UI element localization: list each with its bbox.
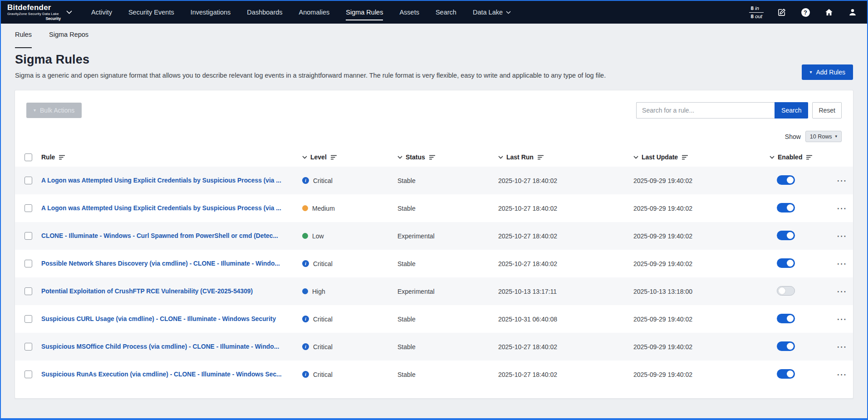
enabled-toggle[interactable]: [777, 314, 795, 323]
chevron-down-icon[interactable]: [498, 156, 503, 159]
row-actions-button[interactable]: ⋯: [837, 206, 847, 211]
row-actions-button[interactable]: ⋯: [837, 289, 847, 294]
rule-link[interactable]: A Logon was Attempted Using Explicit Cre…: [41, 205, 302, 212]
last-run-value: 2025-10-27 18:40:02: [498, 177, 557, 184]
chevron-down-icon[interactable]: [66, 10, 72, 14]
nav-item-security-events[interactable]: Security Events: [128, 7, 174, 18]
chevron-down-icon[interactable]: [770, 156, 775, 159]
caret-down-icon: ▾: [809, 70, 812, 74]
nav-item-anomalies[interactable]: Anomalies: [299, 7, 330, 18]
sort-icon[interactable]: [429, 155, 435, 160]
row-actions-button[interactable]: ⋯: [837, 178, 847, 183]
io-out-value: 8: [750, 14, 753, 19]
io-status: 8 in 8 out: [749, 5, 764, 20]
row-actions-button[interactable]: ⋯: [837, 372, 847, 377]
chevron-down-icon[interactable]: [397, 156, 402, 159]
nav-item-search[interactable]: Search: [436, 7, 456, 18]
compose-icon[interactable]: [776, 7, 787, 18]
table-row: Suspicious CURL Usage (via cmdline) - CL…: [15, 305, 853, 333]
table-row: Suspicious MSOffice Child Process (via c…: [15, 333, 853, 361]
row-checkbox[interactable]: [25, 204, 32, 212]
top-nav: Bitdefender GravityZone Security Data La…: [1, 1, 867, 24]
chevron-down-icon[interactable]: [633, 156, 638, 159]
search-input[interactable]: [636, 102, 775, 119]
row-checkbox[interactable]: [25, 177, 32, 184]
row-checkbox[interactable]: [25, 343, 32, 351]
tab-rules[interactable]: Rules: [15, 31, 32, 48]
add-rules-button[interactable]: ▾ Add Rules: [802, 64, 853, 80]
rule-link[interactable]: Suspicious MSOffice Child Process (via c…: [41, 343, 302, 350]
row-checkbox[interactable]: [25, 232, 32, 240]
last-run-value: 2025-10-27 18:40:02: [498, 260, 557, 267]
rule-link[interactable]: Suspicious CURL Usage (via cmdline) - CL…: [41, 316, 302, 322]
show-label: Show: [785, 133, 801, 140]
user-icon[interactable]: [847, 7, 858, 18]
enabled-toggle[interactable]: [777, 369, 795, 379]
caret-down-icon: ▾: [34, 108, 36, 113]
page-description: Sigma is a generic and open signature fo…: [15, 72, 606, 79]
enabled-toggle[interactable]: [777, 231, 795, 240]
nav-item-data-lake[interactable]: Data Lake: [473, 7, 511, 18]
search-button[interactable]: Search: [775, 102, 808, 119]
row-checkbox[interactable]: [25, 260, 32, 267]
rule-link[interactable]: Suspicious RunAs Execution (via cmdline)…: [41, 371, 302, 378]
nav-item-sigma-rules[interactable]: Sigma Rules: [346, 7, 383, 18]
status-label: Stable: [397, 371, 416, 378]
table-body: A Logon was Attempted Using Explicit Cre…: [15, 167, 853, 388]
sort-icon[interactable]: [806, 155, 812, 160]
level-icon: [302, 233, 308, 239]
rows-per-page-value: 10 Rows: [810, 133, 832, 140]
level-label: Critical: [313, 343, 333, 351]
last-run-value: 2025-10-27 18:40:02: [498, 343, 557, 351]
help-icon[interactable]: ?: [800, 7, 811, 18]
nav-item-investigations[interactable]: Investigations: [191, 7, 231, 18]
tab-sigma-repos[interactable]: Sigma Repos: [49, 31, 88, 48]
table-row: Suspicious RunAs Execution (via cmdline)…: [15, 361, 853, 388]
select-all-checkbox[interactable]: [25, 153, 32, 161]
bulk-actions-button[interactable]: ▾ Bulk Actions: [26, 103, 82, 118]
table-row: A Logon was Attempted Using Explicit Cre…: [15, 167, 853, 194]
row-checkbox[interactable]: [25, 371, 32, 378]
chevron-down-icon[interactable]: [302, 156, 307, 159]
reset-button[interactable]: Reset: [812, 102, 842, 119]
rule-link[interactable]: A Logon was Attempted Using Explicit Cre…: [41, 177, 302, 184]
row-actions-button[interactable]: ⋯: [837, 262, 847, 266]
rule-link[interactable]: Potential Exploitation of CrushFTP RCE V…: [41, 288, 302, 295]
search-group: Search Reset: [636, 102, 842, 119]
nav-item-dashboards[interactable]: Dashboards: [247, 7, 282, 18]
pagination-controls: Show 10 Rows ▾: [15, 131, 853, 142]
status-label: Stable: [397, 260, 416, 267]
level-label: Critical: [313, 177, 333, 184]
row-checkbox[interactable]: [25, 287, 32, 295]
rows-per-page-select[interactable]: 10 Rows ▾: [805, 131, 842, 142]
row-actions-button[interactable]: ⋯: [837, 345, 847, 349]
rules-panel: ▾ Bulk Actions Search Reset Show 10 Rows…: [15, 90, 853, 399]
nav-item-activity[interactable]: Activity: [91, 7, 112, 18]
column-header-enabled: Enabled: [778, 153, 802, 161]
row-checkbox[interactable]: [25, 315, 32, 323]
nav-item-assets[interactable]: Assets: [399, 7, 419, 18]
enabled-toggle[interactable]: [777, 258, 795, 268]
enabled-toggle[interactable]: [777, 203, 795, 212]
level-label: High: [312, 288, 325, 295]
enabled-toggle[interactable]: [777, 175, 795, 185]
rule-link[interactable]: CLONE - Illuminate - Windows - Curl Spaw…: [41, 232, 302, 239]
table-toolbar: ▾ Bulk Actions Search Reset: [15, 102, 853, 119]
last-run-value: 2025-10-27 18:40:02: [498, 205, 557, 212]
brand-logo[interactable]: Bitdefender GravityZone Security Data La…: [7, 4, 61, 20]
enabled-toggle[interactable]: [777, 286, 795, 296]
sort-icon[interactable]: [331, 155, 337, 160]
enabled-toggle[interactable]: [777, 341, 795, 351]
sort-icon[interactable]: [682, 155, 688, 160]
last-update-value: 2025-09-29 19:40:02: [633, 371, 692, 378]
caret-down-icon: ▾: [835, 134, 837, 138]
sort-icon[interactable]: [538, 155, 544, 160]
row-actions-button[interactable]: ⋯: [837, 317, 847, 321]
row-actions-button[interactable]: ⋯: [837, 234, 847, 238]
status-label: Experimental: [397, 288, 435, 295]
level-label: Critical: [313, 260, 333, 267]
home-icon[interactable]: [824, 7, 834, 18]
column-header-last-run: Last Run: [506, 153, 534, 161]
rule-link[interactable]: Possible Network Shares Discovery (via c…: [41, 260, 302, 267]
sort-icon[interactable]: [59, 155, 65, 160]
